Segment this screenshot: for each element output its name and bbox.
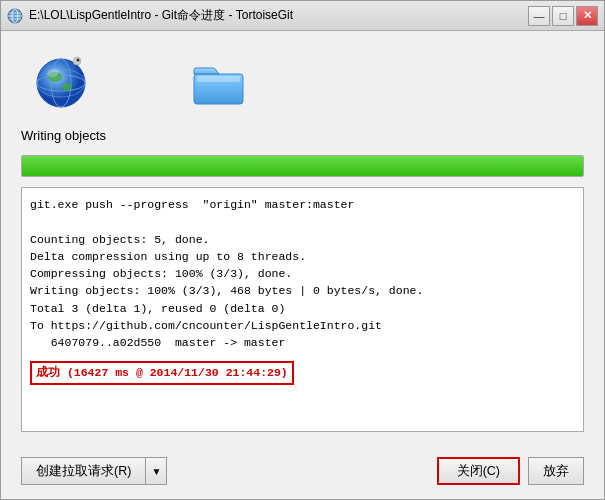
log-line-7: 6407079..a02d550 master -> master bbox=[30, 334, 575, 351]
icons-row bbox=[21, 46, 584, 116]
log-output[interactable]: git.exe push --progress "origin" master:… bbox=[21, 187, 584, 432]
action-buttons: 关闭(C) 放弃 bbox=[437, 457, 584, 485]
close-button[interactable]: 关闭(C) bbox=[437, 457, 520, 485]
app-icon bbox=[7, 8, 23, 24]
minimize-button[interactable]: — bbox=[528, 6, 550, 26]
abandon-button[interactable]: 放弃 bbox=[528, 457, 584, 485]
log-line-1: Counting objects: 5, done. bbox=[30, 231, 575, 248]
window-title: E:\LOL\LispGentleIntro - Git命令进度 - Torto… bbox=[29, 7, 293, 24]
log-line-2: Delta compression using up to 8 threads. bbox=[30, 248, 575, 265]
log-line-blank-1 bbox=[30, 213, 575, 230]
log-line-3: Compressing objects: 100% (3/3), done. bbox=[30, 265, 575, 282]
folder-icon bbox=[191, 54, 246, 109]
log-line-6: To https://github.com/cncounter/LispGent… bbox=[30, 317, 575, 334]
close-window-button[interactable]: ✕ bbox=[576, 6, 598, 26]
create-pr-button[interactable]: 创建拉取请求(R) bbox=[21, 457, 145, 485]
log-line-0: git.exe push --progress "origin" master:… bbox=[30, 196, 575, 213]
title-bar-left: E:\LOL\LispGentleIntro - Git命令进度 - Torto… bbox=[7, 7, 293, 24]
svg-rect-15 bbox=[197, 76, 240, 82]
log-line-4: Writing objects: 100% (3/3), 468 bytes |… bbox=[30, 282, 575, 299]
svg-point-5 bbox=[37, 59, 85, 107]
progress-bar-container bbox=[21, 155, 584, 177]
svg-point-13 bbox=[77, 59, 80, 62]
main-content: Writing objects git.exe push --progress … bbox=[1, 31, 604, 447]
main-window: E:\LOL\LispGentleIntro - Git命令进度 - Torto… bbox=[0, 0, 605, 500]
title-bar: E:\LOL\LispGentleIntro - Git命令进度 - Torto… bbox=[1, 1, 604, 31]
window-controls: — □ ✕ bbox=[528, 6, 598, 26]
create-pr-group: 创建拉取请求(R) ▼ bbox=[21, 457, 167, 485]
success-badge: 成功 (16427 ms @ 2014/11/30 21:44:29) bbox=[30, 361, 294, 384]
maximize-button[interactable]: □ bbox=[552, 6, 574, 26]
create-pr-dropdown[interactable]: ▼ bbox=[145, 457, 167, 485]
globe-icon bbox=[31, 51, 91, 111]
success-line-wrapper: 成功 (16427 ms @ 2014/11/30 21:44:29) bbox=[30, 357, 575, 384]
log-line-5: Total 3 (delta 1), reused 0 (delta 0) bbox=[30, 300, 575, 317]
bottom-bar: 创建拉取请求(R) ▼ 关闭(C) 放弃 bbox=[1, 447, 604, 499]
progress-bar-fill bbox=[22, 156, 583, 176]
svg-point-10 bbox=[62, 83, 72, 91]
status-label: Writing objects bbox=[21, 126, 584, 145]
